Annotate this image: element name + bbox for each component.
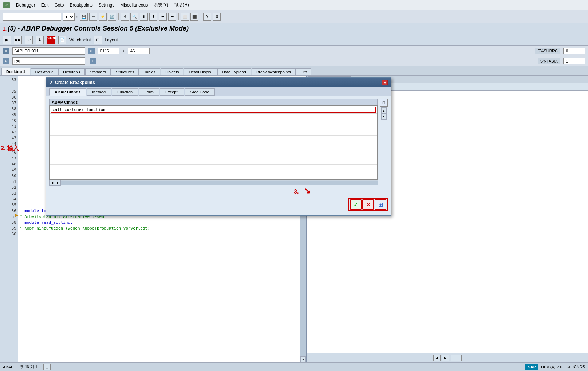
- table-row-4: [50, 128, 377, 136]
- bottom-line-57: 57: [0, 214, 18, 220]
- tab-data-explorer[interactable]: Data Explorer: [217, 68, 251, 75]
- h-scrollbar[interactable]: ◀ ▶: [49, 180, 378, 186]
- menu-settings[interactable]: Settings: [99, 3, 114, 8]
- info-row-2: ⚙ i SY-TABIX 1: [0, 56, 588, 66]
- layout-link[interactable]: Layout: [105, 37, 118, 43]
- bottom-line-55: 55: [0, 202, 18, 208]
- debug-step-btn4[interactable]: ⬇: [36, 36, 44, 44]
- layout-icon-btn[interactable]: ⊞: [94, 36, 102, 44]
- toolbar-btn-refresh[interactable]: 🔄: [108, 13, 116, 21]
- debug-step-btn2[interactable]: ▶▶: [14, 36, 22, 44]
- v-scroll-up[interactable]: ▲: [381, 108, 386, 113]
- code-vscroll-down[interactable]: ▼: [300, 356, 306, 362]
- v-scroll-down[interactable]: ▼: [381, 113, 386, 119]
- menu-goto[interactable]: Goto: [54, 3, 64, 8]
- toolbar-select[interactable]: ▼: [63, 13, 75, 21]
- bottom-line-56: 56: [0, 208, 18, 214]
- info-icon: i: [90, 58, 96, 64]
- confirm-button[interactable]: ✓: [350, 199, 362, 210]
- tab-tables[interactable]: Tables: [139, 68, 160, 75]
- sysubrc-label: SY-SUBRC: [535, 48, 560, 54]
- right-nav-right[interactable]: ▶: [442, 355, 449, 361]
- debug-step-btn3[interactable]: ↩: [25, 36, 33, 44]
- misc-icon: ⊞: [378, 201, 383, 208]
- toolbar-btn-win[interactable]: ⬜: [181, 13, 189, 21]
- bottom-line-59: 59: [0, 226, 18, 231]
- dialog-title-bar: ↗ Create Breakpoints ✕: [46, 78, 391, 87]
- toolbar-btn-end[interactable]: ⚡: [99, 13, 107, 21]
- toolbar-btn-print[interactable]: 🖨: [121, 13, 129, 21]
- stop-button[interactable]: STOP: [47, 36, 55, 44]
- watchpoint-icon-btn[interactable]: 📄: [58, 36, 66, 44]
- session-info: ⊙neCNDS: [566, 364, 585, 369]
- dialog-tab-except[interactable]: Except.: [160, 88, 184, 96]
- bottom-line-54: 54: [0, 196, 18, 202]
- dialog-tab-function[interactable]: Function: [112, 88, 138, 96]
- v-scrollbar[interactable]: ▲ ▼: [381, 107, 387, 120]
- watchpoint-link[interactable]: Watchpoint: [69, 37, 91, 43]
- tab-standard[interactable]: Standard: [85, 68, 111, 75]
- table-row-10: [50, 172, 377, 179]
- dialog-title: ↗ Create Breakpoints: [49, 80, 95, 85]
- tab-diff[interactable]: Diff: [296, 68, 311, 75]
- settings-icon: ⚙: [3, 58, 9, 64]
- tab-desktop2[interactable]: Desktop 2: [31, 68, 58, 75]
- toolbar-btn-nav4[interactable]: ➡: [168, 13, 176, 21]
- cancel-button[interactable]: ✕: [362, 199, 374, 210]
- toolbar-btn-win2[interactable]: ⬛: [190, 13, 198, 21]
- dialog-icon: ↗: [49, 80, 53, 85]
- toolbar-btn-nav3[interactable]: ⬅: [159, 13, 167, 21]
- toolbar-btn-help[interactable]: ?: [203, 13, 211, 21]
- sap-logo: SAP: [525, 364, 538, 370]
- menu-system[interactable]: 系统(Y): [154, 2, 168, 8]
- table-row-6: [50, 143, 377, 150]
- table-icon-btn[interactable]: ⊟: [380, 99, 388, 107]
- toolbar-btn-status[interactable]: 🖥: [213, 13, 221, 21]
- toolbar-btn-nav[interactable]: ⬆: [140, 13, 148, 21]
- toolbar-btn-find[interactable]: 🔍: [130, 13, 138, 21]
- right-nav-more[interactable]: ···: [451, 355, 462, 361]
- tab-desktop1[interactable]: Desktop 1: [1, 68, 30, 75]
- sep1: [118, 13, 119, 20]
- abap-cmd-input[interactable]: [51, 107, 376, 113]
- tabs-row: Desktop 1 Desktop 2 Desktop3 Standard St…: [0, 66, 588, 76]
- table-row-8: [50, 157, 377, 165]
- tab-detail[interactable]: Detail Displs.: [184, 68, 217, 75]
- toolbar: ▼ « 💾 ↩ ⚡ 🔄 🖨 🔍 ⬆ ⬇ ⬅ ➡ ⬜ ⬛ ? 🖥: [0, 10, 588, 23]
- toolbar-btn-back[interactable]: ↩: [89, 13, 97, 21]
- misc-button[interactable]: ⊞: [375, 199, 386, 210]
- right-nav-left[interactable]: ◀: [433, 355, 441, 361]
- tab-desktop3[interactable]: Desktop3: [58, 68, 84, 75]
- dialog-tab-method[interactable]: Method: [87, 88, 111, 96]
- h-scroll-right[interactable]: ▶: [55, 180, 61, 186]
- menu-breakpoints[interactable]: Breakpoints: [70, 3, 92, 8]
- program-icon: ≡: [3, 48, 9, 54]
- dialog-content: ABAP Cmnds: [46, 96, 391, 215]
- toolbar-btn-nav2[interactable]: ⬇: [149, 13, 157, 21]
- dialog-tab-form[interactable]: Form: [139, 88, 159, 96]
- dialog-close-button[interactable]: ✕: [382, 80, 388, 85]
- section-label: ABAP Cmnds: [49, 99, 378, 105]
- line-number: 0115: [98, 48, 119, 54]
- tab-objects[interactable]: Objects: [161, 68, 183, 75]
- tab-structures[interactable]: Structures: [111, 68, 139, 75]
- toolbar-btn-save[interactable]: 💾: [80, 13, 88, 21]
- server-info: DEV (4) 200: [541, 365, 563, 369]
- dialog-tab-srce[interactable]: Srce Code: [185, 88, 215, 96]
- program-name-input[interactable]: [12, 47, 85, 55]
- menu-help[interactable]: 帮助(H): [174, 2, 189, 8]
- dialog-tab-abap[interactable]: ABAP Cmnds: [49, 88, 86, 96]
- h-scroll-left[interactable]: ◀: [49, 180, 55, 186]
- command-input[interactable]: [3, 13, 61, 21]
- menu-edit[interactable]: Edit: [41, 3, 49, 8]
- tab-breakpoints[interactable]: Break./Watchpoints: [252, 68, 296, 75]
- debug-step-btn1[interactable]: ▶: [3, 36, 11, 44]
- status-row-col: 行 46 列 1: [19, 364, 38, 370]
- bottom-line-47: 47: [0, 156, 18, 161]
- event-name-input[interactable]: [12, 57, 85, 65]
- footer-btn-group: ✓ ✕ ⊞: [348, 198, 388, 211]
- dialog-right-controls: ⊟ ▲ ▼: [380, 99, 388, 120]
- line-numbers-bottom: 46 47 48 49 50 51 52 53 54 55 56 57 58 5…: [0, 148, 18, 362]
- menu-debugger[interactable]: Debugger: [16, 3, 35, 8]
- menu-miscellaneous[interactable]: Miscellaneous: [120, 3, 148, 8]
